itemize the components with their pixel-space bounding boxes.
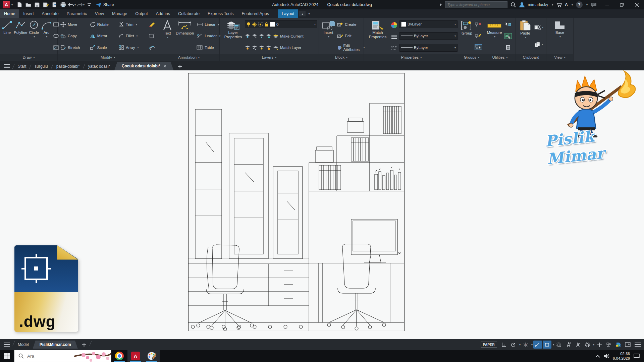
redo-dropdown-caret[interactable]: ▾ [83,3,85,6]
ungroup-button[interactable] [475,22,482,27]
layer-prev-icon[interactable] [252,46,257,50]
text-button[interactable]: Text▾ [162,19,173,53]
user-avatar-icon[interactable] [519,2,525,7]
group-edit-button[interactable] [475,33,482,38]
file-tab-yatak-odasi[interactable]: yatak odası* [84,62,114,70]
tab-insert[interactable]: Insert [19,9,38,18]
tab-view[interactable]: View [91,9,108,18]
object-isolate-button[interactable] [604,341,613,349]
search-icon[interactable] [511,2,516,7]
cad-drawing-cabinet-elevation[interactable] [188,73,405,331]
match-properties-button[interactable]: Match Properties [367,19,389,53]
hidden-icons-chevron[interactable] [595,355,600,358]
copy-clip-button[interactable]: ▾ [534,42,543,47]
panel-label-properties[interactable]: Properties▾ [364,54,459,61]
create-block-button[interactable]: Create [337,21,365,28]
lineweight-icon[interactable] [391,35,397,40]
cut-button[interactable]: ▾ [534,25,543,30]
user-dropdown-caret[interactable]: ▾ [552,3,553,6]
new-layout-button[interactable] [78,341,90,349]
object-color-combo[interactable]: ByLayer▾ [399,20,458,28]
paper-space-toggle[interactable]: PAPER [481,342,497,348]
scale-button[interactable]: Scale [90,44,109,51]
help-dropdown-caret[interactable]: ▾ [586,3,588,6]
dimension-button[interactable]: Dimension [176,19,194,53]
feedback-icon[interactable] [591,2,597,7]
fillet-button[interactable]: Fillet▾ [118,32,139,40]
arc-button[interactable]: Arc▾ [41,19,52,53]
tab-express-tools[interactable]: Express Tools [204,9,238,18]
layer-thaw-sun-icon[interactable] [252,22,257,27]
save-button[interactable] [33,1,41,8]
edit-block-button[interactable]: Edit [337,32,365,40]
layer-combo-caret[interactable]: ▾ [314,23,316,26]
tab-collaborate[interactable]: Collaborate [174,9,204,18]
quick-select-button[interactable] [504,22,512,27]
layer-on-bulb-icon[interactable] [247,22,251,27]
linetype-icon[interactable] [391,46,397,50]
table-button[interactable]: Table [197,44,220,51]
layer-walk-icon[interactable] [245,46,250,50]
taskbar-chrome-button[interactable] [111,350,127,362]
layer-unlock-icon[interactable] [266,46,271,50]
erase-button[interactable] [149,22,155,27]
new-drawing-tab-button[interactable] [174,62,186,70]
drawing-canvas[interactable]: Pislik Mimar .dwg [0,70,644,339]
move-button[interactable]: Move [60,21,80,28]
layer-off-icon[interactable] [245,34,250,38]
action-center-icon[interactable] [633,353,640,359]
print-button[interactable] [59,1,67,8]
start-button[interactable] [0,350,14,362]
panel-label-draw[interactable]: Draw▾ [0,54,57,61]
restore-button[interactable] [614,0,629,9]
logo-dropdown-caret[interactable]: ▾ [11,3,13,6]
isodraft-toggle[interactable] [521,341,530,349]
panel-label-modify[interactable]: Modify▾ [58,54,158,61]
batch-plot-button[interactable] [50,1,58,8]
rotate-button[interactable]: Rotate [90,21,109,28]
panel-label-annotation[interactable]: Annotation▾ [158,54,219,61]
panel-label-utilities[interactable]: Utilities▾ [484,54,516,61]
help-icon[interactable]: ? [576,1,583,8]
tab-annotate[interactable]: Annotate [38,9,63,18]
close-button[interactable] [629,0,644,9]
model-tab[interactable]: Model [14,341,33,349]
app-dropdown-caret[interactable]: ▾ [572,3,573,6]
layer-state-icon[interactable] [259,46,264,50]
workspace-switching-button[interactable] [595,341,604,349]
open-file-button[interactable] [24,1,32,8]
search-expander-icon[interactable] [439,3,442,7]
stretch-button[interactable]: Stretch [60,44,80,51]
file-tab-surgulu[interactable]: surgulu [31,62,52,70]
layer-lock-tool-icon[interactable] [266,34,271,38]
measure-button[interactable]: Measure▾ [486,19,503,53]
tab-parametric[interactable]: Parametric [63,9,91,18]
layer-isolate-icon[interactable] [252,34,257,38]
clean-screen-button[interactable] [623,341,632,349]
layer-freeze-icon[interactable] [259,34,264,38]
layer-select-combo[interactable]: 0 ▾ [245,20,317,28]
polar-tracking-toggle[interactable] [509,341,518,349]
ribbon-collapse-caret[interactable]: ▾ [307,11,311,16]
layer-properties-button[interactable]: Layer Properties [222,19,244,53]
username-label[interactable]: mimarlucky [528,2,548,7]
tab-manage[interactable]: Manage [108,9,131,18]
mirror-button[interactable]: Mirror [90,32,109,40]
group-button[interactable]: Group [460,19,474,53]
leader-button[interactable]: Leader▾ [197,32,220,40]
taskbar-clock[interactable]: 02:36 6.04.2026 [613,351,630,361]
new-file-button[interactable] [15,1,23,8]
group-selection-toggle-button[interactable] [475,44,482,50]
object-snap-toggle[interactable] [533,341,542,349]
paste-button[interactable]: Paste▾ [518,19,533,53]
offset-button[interactable] [149,45,155,50]
make-current-button[interactable]: Make Current [273,33,304,40]
cart-icon[interactable] [556,2,562,7]
autoscale-annotation-toggle[interactable] [574,341,582,349]
panel-label-view[interactable]: View▾ [546,54,573,61]
layer-lock-icon[interactable] [264,22,269,27]
file-tab-pasta-dolabi[interactable]: pasta-dolabi* [52,62,84,70]
taskbar-paint-app-button[interactable] [144,350,160,362]
file-tabs-menu-icon[interactable] [4,64,10,68]
panel-label-groups[interactable]: Groups▾ [459,54,484,61]
